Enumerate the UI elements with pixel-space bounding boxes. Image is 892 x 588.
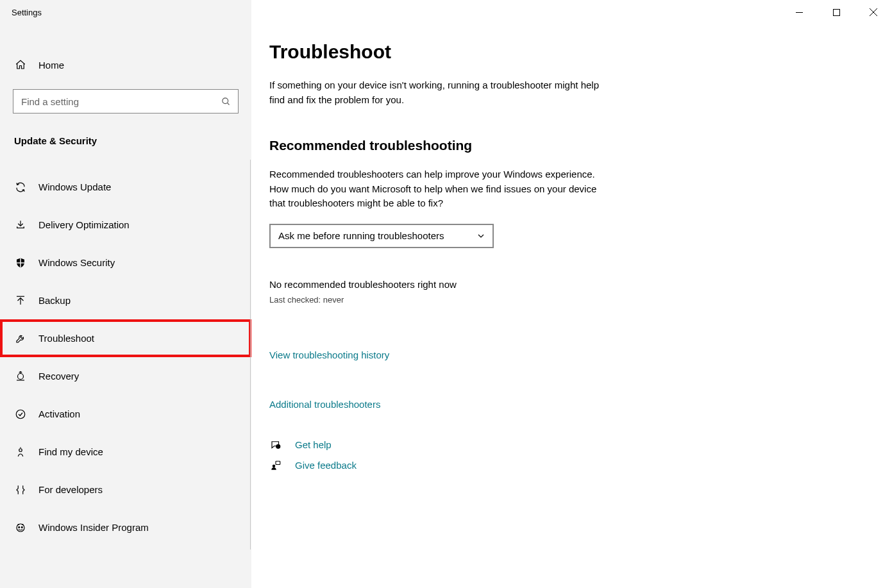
recommended-status: No recommended troubleshooters right now [269,279,892,290]
search-input[interactable] [21,96,220,107]
svg-rect-13 [833,9,839,15]
tools-icon [14,484,27,496]
sidebar-home[interactable]: Home [0,52,251,78]
last-checked: Last checked: never [269,295,892,305]
sidebar-nav: Windows Update Delivery Optimization Win… [0,168,251,546]
shield-icon [14,257,27,269]
sidebar-item-windows-update[interactable]: Windows Update [0,168,251,206]
svg-rect-3 [17,262,24,264]
window-chrome [780,0,892,24]
sidebar-item-label: For developers [38,484,103,495]
sidebar-item-delivery-optimization[interactable]: Delivery Optimization [0,206,251,244]
get-help-row[interactable]: ? Get help [269,439,892,451]
svg-point-8 [19,448,22,451]
sidebar-item-backup[interactable]: Backup [0,281,251,319]
recommended-heading: Recommended troubleshooting [269,138,892,153]
sidebar-item-label: Recovery [38,371,79,382]
backup-icon [14,295,27,307]
svg-point-6 [18,373,24,379]
home-icon [14,59,27,71]
check-circle-icon [14,408,27,420]
refresh-icon [14,181,27,193]
link-get-help: Get help [295,439,332,450]
give-feedback-row[interactable]: Give feedback [269,460,892,471]
sidebar-item-troubleshoot[interactable]: Troubleshoot [0,319,251,357]
svg-line-1 [227,103,229,105]
sidebar-item-label: Windows Insider Program [38,522,149,533]
svg-point-10 [19,526,20,528]
sidebar-item-label: Find my device [38,446,103,457]
link-give-feedback: Give feedback [295,460,357,471]
divider [250,160,251,550]
sidebar-item-label: Windows Update [38,181,111,192]
svg-point-11 [21,526,22,528]
sidebar-item-windows-security[interactable]: Windows Security [0,244,251,281]
link-troubleshooting-history[interactable]: View troubleshooting history [269,349,389,360]
svg-rect-18 [276,461,280,464]
search-box[interactable] [13,89,239,113]
sidebar-item-label: Backup [38,295,71,306]
page-lead: If something on your device isn't workin… [269,78,603,107]
chevron-down-icon [477,232,485,240]
sidebar-item-insider-program[interactable]: Windows Insider Program [0,508,251,546]
help-icon: ? [269,439,282,451]
troubleshooter-preference-dropdown[interactable]: Ask me before running troubleshooters [269,224,494,248]
sidebar-item-label: Windows Security [38,257,115,268]
insider-icon [14,522,27,533]
sidebar-item-label: Activation [38,408,80,419]
sidebar-item-activation[interactable]: Activation [0,395,251,433]
recommended-description: Recommended troubleshooters can help imp… [269,167,603,211]
page-title: Troubleshoot [269,41,892,63]
sidebar-home-label: Home [38,60,64,71]
link-additional-troubleshooters[interactable]: Additional troubleshooters [269,399,380,410]
main-content: Troubleshoot If something on your device… [251,0,892,588]
app-title: Settings [0,5,251,17]
wrench-icon [14,333,27,344]
sidebar-item-label: Delivery Optimization [38,219,130,230]
help-block: ? Get help Give feedback [269,439,892,471]
svg-point-19 [273,464,276,467]
dropdown-value: Ask me before running troubleshooters [278,230,444,241]
download-icon [14,219,27,231]
sidebar-section-title: Update & Security [14,135,251,146]
sidebar-item-for-developers[interactable]: For developers [0,471,251,508]
search-icon [220,97,231,106]
minimize-button[interactable] [780,0,818,24]
maximize-button[interactable] [818,0,855,24]
sidebar-item-find-my-device[interactable]: Find my device [0,433,251,471]
recovery-icon [14,371,27,382]
feedback-icon [269,460,282,471]
sidebar-item-recovery[interactable]: Recovery [0,357,251,395]
close-button[interactable] [855,0,892,24]
svg-point-7 [16,410,25,419]
sidebar-item-label: Troubleshoot [38,333,94,344]
sidebar: Settings Home Update & Security Windows … [0,0,251,588]
location-icon [14,446,27,458]
search-wrap [13,89,239,113]
svg-point-0 [222,97,228,103]
